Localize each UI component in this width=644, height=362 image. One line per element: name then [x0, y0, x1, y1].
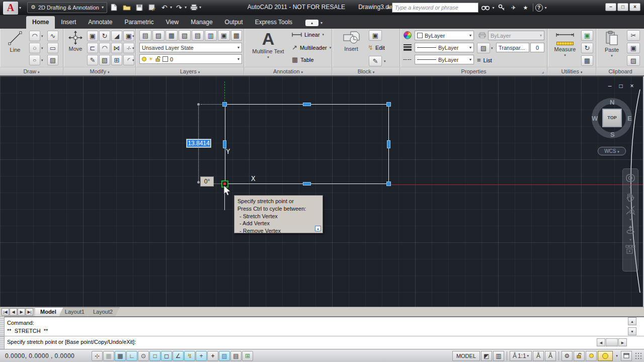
tab-home[interactable]: Home [26, 16, 55, 29]
caret-down-icon[interactable]: ▾ [320, 21, 323, 25]
layer-dropdown[interactable]: ☀ 0 ▾ [139, 54, 242, 64]
workspace-switching-button[interactable]: ⚙ [561, 351, 573, 361]
attributes-caret-icon[interactable]: ▾ [384, 59, 386, 63]
drawing-close-button[interactable]: × [628, 82, 635, 89]
command-window-grip[interactable] [0, 316, 5, 349]
grip-bottom-right[interactable] [386, 182, 391, 186]
command-horizontal-scrollbar[interactable]: ◀ ▶ [597, 338, 635, 347]
navigation-wheel-icon[interactable] [625, 173, 635, 183]
insert-button[interactable]: Insert [340, 31, 363, 52]
caret-down-icon[interactable]: ▾ [629, 238, 631, 241]
layer-off-button[interactable]: ▦ [231, 30, 242, 41]
redo-caret-icon[interactable]: ▾ [185, 5, 187, 10]
tab-express-tools[interactable]: Express Tools [249, 16, 298, 29]
layer-previous-button[interactable]: ▧ [179, 30, 191, 41]
paste-special-button[interactable]: ▨ [627, 55, 640, 66]
move-button[interactable]: Move [66, 31, 85, 52]
explode-button[interactable]: ▧ [99, 55, 110, 65]
panel-label-modify[interactable]: Modify ▾ [64, 67, 135, 75]
help-button[interactable]: ? [535, 4, 543, 12]
transparency-toggle[interactable]: ▨ [219, 351, 230, 361]
maximize-button[interactable]: □ [617, 3, 628, 11]
copy-button[interactable]: ▣ [87, 31, 98, 41]
circle-button[interactable]: ○ [29, 43, 40, 53]
quick-select-button[interactable]: ▣ [581, 30, 593, 41]
prev-tab-button[interactable]: ◀ [10, 308, 17, 316]
toolbar-lock-button[interactable] [574, 351, 585, 361]
infer-constraints-toggle[interactable]: ⊹ [92, 351, 103, 361]
undo-button[interactable]: ↶ [159, 2, 170, 13]
quick-properties-toggle[interactable]: ▤ [230, 351, 242, 361]
panel-label-draw[interactable]: Draw ▾ [0, 67, 63, 75]
minimize-button[interactable]: – [605, 3, 616, 11]
model-icon-button[interactable]: ◩ [481, 351, 492, 361]
drawing-canvas[interactable]: 13.8414 0° Y X Specify stretch point or … [0, 76, 644, 307]
drawing-restore-button[interactable]: □ [617, 82, 624, 89]
zoom-icon[interactable] [625, 205, 635, 215]
next-tab-button[interactable]: ▶ [18, 308, 25, 316]
plot-caret-icon[interactable]: ▾ [199, 5, 201, 10]
application-menu-button[interactable]: A ▾ [3, 1, 23, 15]
grip-top-right[interactable] [386, 102, 391, 107]
fillet-polyline-button[interactable]: ◠ [99, 43, 110, 53]
wcs-menu[interactable]: WCS ▾ [598, 147, 626, 155]
layer-match-button[interactable]: ▨ [152, 30, 165, 41]
drawing-minimize-button[interactable]: – [606, 82, 613, 89]
transparency-caret-icon[interactable]: ▾ [491, 46, 493, 50]
ortho-mode-toggle[interactable]: ∟ [126, 351, 137, 361]
layer-freeze-button[interactable]: ▣ [218, 30, 230, 41]
copy-clip-button[interactable]: ▣ [627, 43, 640, 53]
annotation-visibility-button[interactable]: Å [533, 351, 544, 361]
resize-grip[interactable] [635, 352, 642, 359]
line-button[interactable]: Line [4, 31, 26, 53]
create-block-button[interactable]: ▣ [369, 30, 382, 41]
viewcube-south[interactable]: S [610, 131, 615, 138]
object-snap-3d-toggle[interactable]: ◻ [161, 351, 172, 361]
quick-calc-button[interactable]: ↻ [581, 43, 593, 53]
circle-caret-icon[interactable]: ▾ [41, 46, 43, 50]
object-snap-tracking-toggle[interactable]: ∠ [173, 351, 184, 361]
show-motion-icon[interactable] [625, 244, 635, 254]
panel-expand-icon[interactable]: ⌟ [542, 67, 544, 75]
snap-mode-toggle[interactable]: ▦ [103, 351, 114, 361]
scrollbar-thumb[interactable] [606, 338, 618, 346]
viewcube-east[interactable]: E [627, 115, 632, 122]
search-button[interactable] [480, 3, 491, 13]
tab-annotate[interactable]: Annotate [82, 16, 118, 29]
command-prompt[interactable]: Specify stretch point or [Base point/Cop… [7, 339, 136, 345]
list-button[interactable]: ≡ List [477, 56, 492, 64]
plot-button[interactable] [188, 2, 199, 13]
selected-rectangle[interactable] [225, 104, 389, 184]
table-button[interactable]: ▦ Table [292, 56, 314, 63]
infocenter-expander-icon[interactable]: ▸ [387, 5, 390, 10]
pan-hand-icon[interactable] [626, 192, 635, 202]
grid-display-toggle[interactable]: ▦ [115, 351, 126, 361]
favorites-button[interactable]: ★ [521, 3, 531, 13]
scroll-left-button[interactable]: ◀ [597, 338, 605, 346]
panel-label-block[interactable]: Block ▾ [333, 67, 399, 75]
status-menu-caret[interactable]: ▾ [614, 351, 620, 361]
tab-view[interactable]: View [159, 16, 185, 29]
arc-caret-icon[interactable]: ▾ [41, 34, 43, 38]
ellipse-caret-icon[interactable]: ▾ [41, 58, 43, 62]
orbit-icon[interactable] [625, 224, 635, 235]
transparency-value-field[interactable]: 0 [530, 43, 544, 52]
search-caret-icon[interactable]: ▾ [493, 6, 495, 10]
tab-manage[interactable]: Manage [185, 16, 218, 29]
multileader-button[interactable]: ↗ Multileader ▾ [292, 44, 331, 51]
last-tab-button[interactable]: ▶| [26, 308, 33, 316]
subscription-button[interactable] [497, 3, 507, 13]
minimize-ribbon-button[interactable]: ▴ ▾ [305, 20, 323, 26]
cut-button[interactable]: ✂ [627, 30, 640, 41]
mirror-button[interactable]: ⋈ [111, 43, 122, 53]
polar-tracking-toggle[interactable]: ⊙ [138, 351, 149, 361]
hatch-button[interactable]: ▨ [47, 55, 58, 65]
lineweight-dropdown[interactable]: ByLayer ▾ [415, 43, 474, 52]
search-input[interactable] [392, 3, 478, 13]
lineweight-toggle[interactable]: + [207, 351, 218, 361]
open-file-button[interactable] [121, 2, 132, 13]
offset-button[interactable]: ⊏ [87, 43, 98, 53]
polyline-button[interactable]: ∿ [47, 31, 58, 41]
arc-button[interactable]: ◠ [29, 31, 40, 41]
erase-button[interactable]: ✎ [87, 55, 98, 65]
